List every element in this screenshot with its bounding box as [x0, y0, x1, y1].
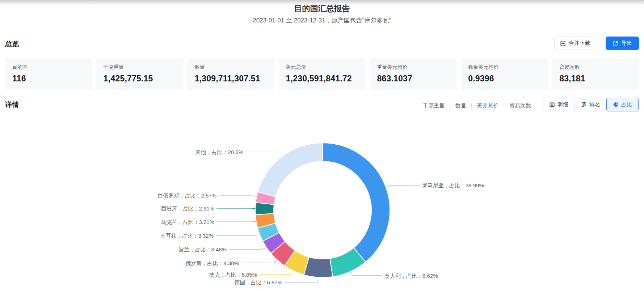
stat-card-value: 1,230,591,841.72 — [286, 74, 358, 84]
metric-tab-美元总价[interactable]: 美元总价 — [477, 102, 498, 109]
metric-tab-数量[interactable]: 数量 — [455, 102, 466, 109]
pie-label-俄罗斯: 俄罗斯，占比：4.38% — [185, 260, 239, 266]
overview-heading: 总览 — [5, 39, 19, 49]
pie-label-意大利: 意大利，占比：8.62% — [384, 273, 438, 279]
stat-card-value: 0.9396 — [468, 74, 540, 84]
view-button-占比[interactable]: 占比 — [606, 98, 639, 111]
pie-leader-line-乌克兰 — [216, 221, 256, 222]
pie-slice-其他[interactable] — [258, 143, 323, 197]
tab-separator: | — [471, 103, 472, 109]
view-switcher: 明细排名占比 — [543, 98, 639, 111]
export-button[interactable]: 导出 — [606, 37, 639, 50]
export-label: 导出 — [621, 40, 632, 47]
view-button-label: 占比 — [621, 101, 632, 108]
pie-slice-罗马尼亚[interactable] — [323, 143, 390, 262]
page-title: 目的国汇总报告 — [0, 3, 644, 14]
pie-leader-line-意大利 — [350, 272, 382, 276]
stat-card: 数量美元均价0.9396 — [461, 58, 548, 90]
stat-card: 目的国116 — [5, 58, 92, 90]
pie-leader-line-其他 — [245, 152, 282, 157]
detail-heading: 详情 — [5, 100, 19, 110]
pie-label-其他: 其他，占比：20.6% — [195, 149, 243, 155]
pie-leader-line-波兰 — [229, 247, 266, 249]
pie-label-德国: 德国，占比：6.87% — [234, 279, 282, 285]
stat-card-label: 美元总价 — [286, 64, 358, 71]
stat-card-value: 863.1037 — [377, 74, 449, 84]
view-button-label: 明细 — [557, 101, 568, 108]
metric-tab-千克重量[interactable]: 千克重量 — [423, 102, 445, 109]
pie-label-波兰: 波兰，占比：3.48% — [178, 246, 227, 252]
stat-card-label: 数量美元均价 — [468, 64, 540, 71]
stat-card-label: 贸易次数 — [559, 64, 632, 71]
overview-cards: 目的国116千克重量1,425,775.15数量1,309,711,307.51… — [5, 58, 639, 90]
pie-leader-line-土耳其 — [216, 235, 260, 235]
pie-label-白俄罗斯: 白俄罗斯，占比：2.57% — [157, 192, 216, 199]
merge-download-button[interactable]: 合并下载 — [554, 37, 596, 50]
view-button-label: 排名 — [589, 101, 600, 108]
donut-chart: 罗马尼亚，占比：38.99%意大利，占比：8.62%德国，占比：6.87%捷克，… — [0, 0, 644, 289]
stat-card-value: 83,181 — [559, 74, 632, 84]
metric-tabs: 千克重量|数量|美元总价|贸易次数 — [423, 102, 531, 110]
pie-label-土耳其: 土耳其，占比：3.32% — [160, 233, 214, 239]
stat-card-label: 重量美元均价 — [377, 64, 449, 71]
merge-icon — [560, 41, 566, 46]
stat-card-label: 数量 — [195, 64, 267, 71]
table-icon — [549, 102, 555, 107]
stat-card: 数量1,309,711,307.51 — [188, 58, 274, 90]
pie-label-西班牙: 西班牙，占比：2.91% — [161, 205, 214, 212]
stat-card-value: 116 — [12, 74, 85, 84]
metric-tab-贸易次数[interactable]: 贸易次数 — [509, 102, 531, 109]
pie-leader-line-俄罗斯 — [241, 260, 277, 263]
page-subtitle: 2023-01-01 至 2023-12-31，原产国包含"摩尔多瓦" — [0, 16, 644, 25]
stat-card-label: 目的国 — [12, 64, 85, 71]
view-button-明细[interactable]: 明细 — [543, 98, 575, 111]
view-button-排名[interactable]: 排名 — [574, 98, 607, 111]
stat-card: 重量美元均价863.1037 — [370, 58, 456, 90]
pie-leader-line-白俄罗斯 — [219, 195, 257, 197]
pie-label-乌克兰: 乌克兰，占比：3.21% — [161, 219, 214, 225]
export-icon — [613, 41, 618, 46]
pie-leader-line-西班牙 — [216, 208, 255, 209]
stat-card-value: 1,425,775.15 — [104, 74, 176, 84]
pie-icon — [613, 102, 619, 107]
stat-card-value: 1,309,711,307.51 — [195, 74, 267, 84]
pie-label-捷克: 捷克，占比：5.05% — [209, 272, 257, 278]
pie-label-罗马尼亚: 罗马尼亚，占比：38.99% — [422, 182, 484, 188]
stat-card: 千克重量1,425,775.15 — [96, 58, 183, 90]
tab-separator: | — [503, 103, 505, 109]
stat-card: 美元总价1,230,591,841.72 — [279, 58, 366, 90]
rank-icon — [581, 102, 587, 107]
pie-leader-line-捷克 — [259, 271, 294, 275]
stat-card: 贸易次数83,181 — [552, 58, 639, 90]
merge-download-label: 合并下载 — [569, 40, 590, 47]
stat-card-label: 千克重量 — [104, 64, 176, 71]
tab-separator: | — [449, 103, 451, 109]
pie-leader-line-罗马尼亚 — [386, 185, 420, 187]
pie-leader-line-德国 — [285, 277, 318, 282]
